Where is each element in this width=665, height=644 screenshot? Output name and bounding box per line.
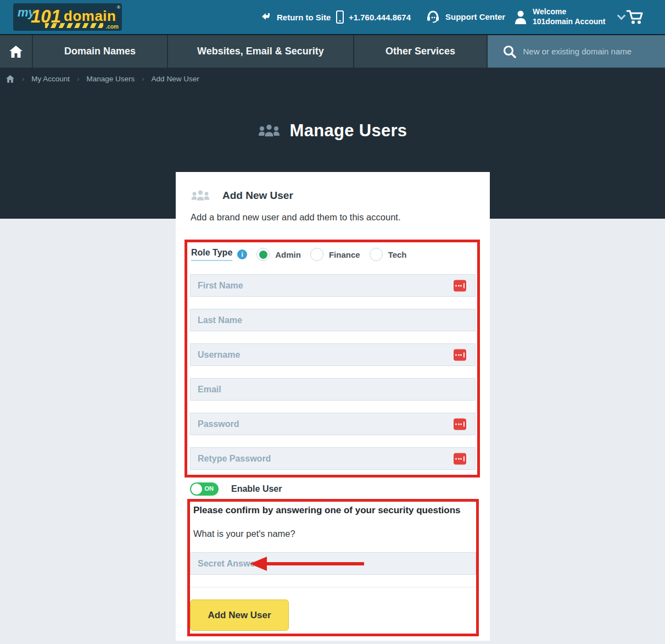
secret-answer-input[interactable] [191, 553, 476, 574]
headset-icon [426, 9, 440, 24]
domain-search-box[interactable] [488, 35, 665, 68]
page: my 101 domain ® .com Return to Site +1.7… [0, 0, 665, 644]
nav-item-domain-names[interactable]: Domain Names [33, 35, 168, 68]
nav-item-other-services[interactable]: Other Services [354, 35, 488, 68]
support-center-label: Support Center [445, 12, 505, 21]
top-header: my 101 domain ® .com Return to Site +1.7… [0, 0, 665, 34]
phone-link[interactable]: +1.760.444.8674 [336, 10, 411, 24]
card-title: Add New User [222, 190, 293, 202]
my101domain-logo[interactable]: my 101 domain ® .com [13, 3, 122, 31]
phone-icon [336, 10, 344, 24]
welcome-line1: Welcome [533, 7, 606, 17]
security-question: What is your pet's name? [193, 529, 295, 539]
annotation-box-form: Role Type i Admin Finance Tech [185, 240, 480, 478]
divider [190, 587, 476, 587]
home-icon [9, 45, 23, 58]
radio-tech[interactable]: Tech [370, 248, 407, 261]
annotation-box-security: Please confirm by answering one of your … [187, 499, 479, 636]
role-type-label: Role Type [191, 248, 232, 261]
page-title-row: Manage Users [0, 121, 665, 141]
radio-label: Admin [275, 250, 301, 259]
radio-selected-dot [259, 251, 267, 259]
welcome-line2: 101domain Account [533, 17, 606, 27]
breadcrumb-add-new-user[interactable]: Add New User [152, 75, 199, 83]
radio-label: Tech [388, 250, 407, 259]
retype-password-field [190, 447, 476, 470]
phone-number: +1.760.444.8674 [349, 13, 411, 22]
add-new-user-button[interactable]: Add New User [190, 599, 289, 631]
username-field [190, 343, 476, 366]
return-to-site-label: Return to Site [277, 13, 331, 22]
password-input[interactable] [191, 413, 475, 435]
radio-circle[interactable] [256, 248, 270, 261]
password-field [190, 413, 476, 435]
secret-answer-field [190, 552, 476, 575]
info-icon[interactable]: i [237, 249, 247, 259]
nav-label: Websites, Email & Security [197, 46, 324, 57]
radio-finance[interactable]: Finance [310, 248, 360, 261]
password-manager-autofill-icon[interactable] [454, 280, 466, 291]
breadcrumb: › My Account › Manage Users › Add New Us… [5, 75, 199, 83]
security-heading: Please confirm by answering one of your … [193, 505, 461, 516]
radio-circle[interactable] [310, 248, 323, 261]
email-input[interactable] [191, 379, 475, 400]
chevron-down-icon [617, 12, 625, 20]
retype-password-input[interactable] [191, 448, 475, 469]
password-manager-autofill-icon[interactable] [454, 453, 466, 464]
breadcrumb-separator: › [77, 75, 79, 83]
password-manager-autofill-icon[interactable] [454, 349, 466, 360]
breadcrumb-separator: › [22, 75, 24, 83]
toggle-knob [191, 484, 202, 495]
form-fields [190, 274, 476, 470]
breadcrumb-my-account[interactable]: My Account [31, 75, 70, 83]
page-title: Manage Users [290, 121, 407, 141]
toggle-state-label: ON [205, 485, 214, 492]
last-name-input[interactable] [191, 309, 475, 331]
nav-item-websites-email-security[interactable]: Websites, Email & Security [168, 35, 354, 68]
nav-home-button[interactable] [0, 35, 33, 68]
radio-circle[interactable] [370, 248, 383, 261]
domain-search-input[interactable] [523, 47, 661, 56]
logo-stripes [45, 23, 103, 28]
users-group-icon [191, 188, 210, 203]
nav-label: Other Services [385, 46, 455, 57]
cart-icon [626, 9, 645, 25]
password-manager-autofill-icon[interactable] [454, 418, 466, 430]
account-menu[interactable]: Welcome 101domain Account [513, 7, 624, 26]
enable-user-toggle[interactable]: ON [190, 482, 219, 496]
last-name-field [190, 309, 476, 331]
nav-label: Domain Names [64, 46, 136, 57]
return-arrow-icon [261, 12, 272, 22]
support-center-link[interactable]: Support Center [426, 9, 505, 24]
logo-tld: .com [106, 24, 119, 30]
username-input[interactable] [191, 344, 475, 365]
logo-word: domain [64, 8, 116, 25]
enable-user-row: ON Enable User [190, 482, 282, 496]
breadcrumb-manage-users[interactable]: Manage Users [86, 75, 135, 83]
registered-mark: ® [117, 5, 120, 10]
breadcrumb-home-icon[interactable] [5, 75, 15, 83]
card-subtitle: Add a brand new user and add them to thi… [191, 212, 401, 223]
first-name-input[interactable] [191, 275, 475, 296]
add-user-card: Add New User Add a brand new user and ad… [176, 172, 490, 641]
search-icon [502, 45, 517, 59]
radio-label: Finance [329, 250, 360, 259]
radio-admin[interactable]: Admin [256, 248, 301, 261]
role-type-row: Role Type i Admin Finance Tech [191, 248, 407, 261]
email-field [190, 378, 476, 401]
first-name-field [190, 274, 476, 297]
card-header: Add New User [191, 188, 293, 203]
main-nav: Domain Names Websites, Email & Security … [0, 34, 665, 68]
return-to-site-link[interactable]: Return to Site [261, 12, 331, 22]
account-welcome-text: Welcome 101domain Account [533, 7, 606, 26]
enable-user-label: Enable User [231, 484, 282, 494]
breadcrumb-separator: › [142, 75, 144, 83]
users-group-icon [258, 123, 280, 139]
user-icon [513, 9, 528, 25]
cart-button[interactable] [626, 9, 645, 25]
